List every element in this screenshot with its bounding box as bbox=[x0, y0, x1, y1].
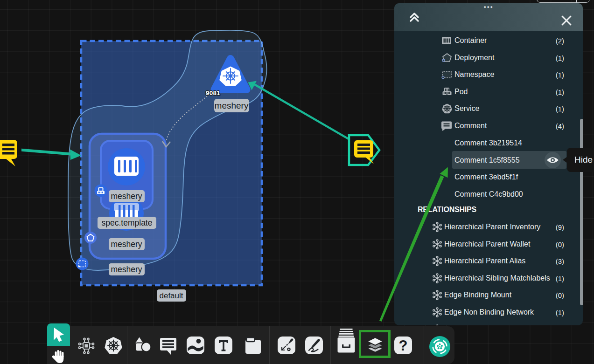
svg-text:9081: 9081 bbox=[206, 89, 220, 96]
svg-text:default: default bbox=[159, 291, 183, 300]
svg-text:meshery: meshery bbox=[111, 265, 142, 274]
svg-text:meshery: meshery bbox=[111, 192, 142, 201]
svg-text:spec.template: spec.template bbox=[102, 218, 153, 227]
svg-text:meshery: meshery bbox=[215, 101, 249, 110]
svg-text:meshery: meshery bbox=[111, 240, 142, 249]
